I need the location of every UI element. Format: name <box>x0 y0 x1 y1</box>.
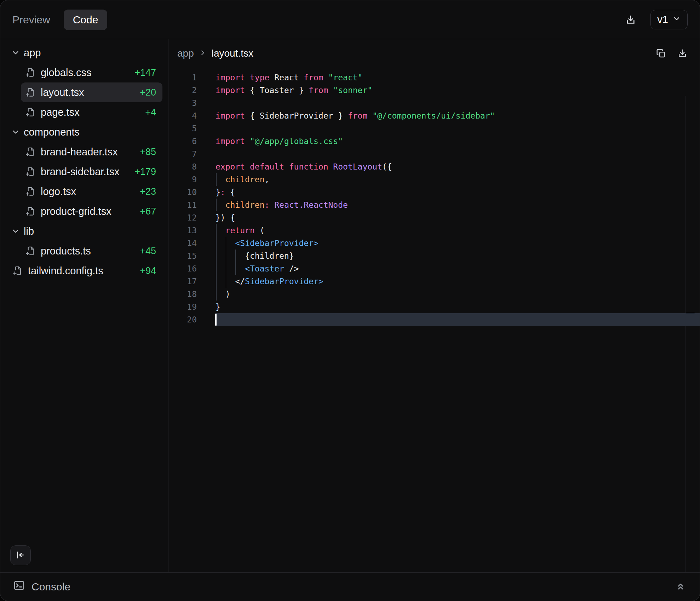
indent-guide <box>235 262 236 275</box>
line-number: 18 <box>168 288 197 300</box>
file-plus-icon <box>12 265 23 276</box>
code-panel: app layout.tsx <box>168 39 700 572</box>
line-number: 5 <box>168 122 197 135</box>
console-label: Console <box>31 581 70 593</box>
copy-icon <box>656 48 666 59</box>
code-line-17: 17 </SidebarProvider> <box>168 275 700 288</box>
download-file-button[interactable] <box>677 48 688 59</box>
top-bar: Preview Code v1 <box>0 0 700 39</box>
file-name: brand-header.tsx <box>41 146 118 158</box>
chevron-down-icon <box>11 48 20 57</box>
file-plus-icon <box>25 67 36 78</box>
line-number: 6 <box>168 135 197 148</box>
version-label: v1 <box>657 14 668 25</box>
tree-folder-components[interactable]: components <box>11 122 162 142</box>
file-plus-icon <box>25 246 36 256</box>
code-line-6: 6import "@/app/globals.css" <box>168 135 700 148</box>
terminal-icon <box>13 579 25 594</box>
line-content: ) <box>216 288 700 300</box>
file-tree: appglobals.css+147layout.tsx+20page.tsx+… <box>0 43 168 281</box>
breadcrumb: app layout.tsx <box>177 48 253 59</box>
line-number: 13 <box>168 224 197 237</box>
line-content: <SidebarProvider> <box>216 237 700 250</box>
tree-file-brand-sidebar-tsx[interactable]: brand-sidebar.tsx+179 <box>21 162 162 182</box>
line-content: </SidebarProvider> <box>216 275 700 288</box>
code-line-12: 12}) { <box>168 211 700 224</box>
arrow-left-to-line-icon <box>16 550 25 561</box>
line-content <box>216 97 700 109</box>
line-number: 8 <box>168 160 197 173</box>
code-workspace-window: Preview Code v1 appglobals.css+147layout… <box>0 0 700 601</box>
console-bar[interactable]: Console <box>0 572 700 601</box>
file-tree-sidebar: appglobals.css+147layout.tsx+20page.tsx+… <box>0 39 168 572</box>
line-number: 10 <box>168 186 197 199</box>
code-line-15: 15 {children} <box>168 250 700 262</box>
code-line-16: 16 <Toaster /> <box>168 262 700 275</box>
tree-file-products-ts[interactable]: products.ts+45 <box>21 241 162 261</box>
version-dropdown[interactable]: v1 <box>650 10 688 29</box>
tree-file-layout-tsx[interactable]: layout.tsx+20 <box>21 82 162 102</box>
code-line-3: 3 <box>168 97 700 109</box>
copy-code-button[interactable] <box>656 48 666 59</box>
chevron-down-icon <box>672 14 681 25</box>
code-line-19: 19} <box>168 300 700 313</box>
view-tabs: Preview Code <box>12 10 107 30</box>
diff-added-count: +4 <box>145 107 162 118</box>
code-line-9: 9 children, <box>168 173 700 186</box>
tree-folder-lib[interactable]: lib <box>11 221 162 241</box>
line-content: return ( <box>216 224 700 237</box>
line-number: 2 <box>168 84 197 97</box>
chevrons-up-icon <box>676 581 685 592</box>
console-toggle[interactable]: Console <box>13 579 70 594</box>
text-cursor <box>215 314 217 326</box>
diff-added-count: +20 <box>140 87 162 98</box>
tree-file-tailwind-config-ts[interactable]: tailwind.config.ts+94 <box>8 261 162 281</box>
tree-file-globals-css[interactable]: globals.css+147 <box>21 63 162 82</box>
collapse-sidebar-button[interactable] <box>10 545 31 565</box>
chevron-right-icon <box>199 48 207 59</box>
indent-guide <box>216 275 217 288</box>
code-line-5: 5 <box>168 122 700 135</box>
download-icon <box>677 48 688 59</box>
breadcrumb-file: layout.tsx <box>212 48 253 59</box>
tab-preview[interactable]: Preview <box>12 14 50 26</box>
diff-added-count: +179 <box>134 166 162 177</box>
line-number: 12 <box>168 211 197 224</box>
file-plus-icon <box>25 166 36 177</box>
tree-folder-app[interactable]: app <box>11 43 162 63</box>
download-project-button[interactable] <box>625 14 636 25</box>
line-number: 14 <box>168 237 197 250</box>
diff-added-count: +67 <box>140 206 162 217</box>
code-line-7: 7 <box>168 148 700 160</box>
line-content: <Toaster /> <box>216 262 700 275</box>
tree-file-brand-header-tsx[interactable]: brand-header.tsx+85 <box>21 142 162 162</box>
file-plus-icon <box>25 87 36 98</box>
file-plus-icon <box>25 186 36 197</box>
line-content: import type React from "react" <box>216 71 700 84</box>
code-line-10: 10}: { <box>168 186 700 199</box>
folder-name: components <box>24 126 80 138</box>
line-number: 20 <box>168 313 197 326</box>
file-name: brand-sidebar.tsx <box>41 166 119 178</box>
line-number: 4 <box>168 109 197 122</box>
code-line-14: 14 <SidebarProvider> <box>168 237 700 250</box>
code-editor[interactable]: 1import type React from "react"2import {… <box>168 68 700 572</box>
diff-added-count: +23 <box>140 186 162 197</box>
line-number: 1 <box>168 71 197 84</box>
line-content: }: { <box>216 186 700 199</box>
indent-guide <box>216 288 217 300</box>
indent-guide <box>226 275 226 288</box>
workspace-body: appglobals.css+147layout.tsx+20page.tsx+… <box>0 39 700 572</box>
tree-file-page-tsx[interactable]: page.tsx+4 <box>21 102 162 122</box>
tab-code[interactable]: Code <box>64 10 108 30</box>
tree-file-product-grid-tsx[interactable]: product-grid.tsx+67 <box>21 201 162 221</box>
indent-guide <box>216 173 217 186</box>
chevron-down-icon <box>11 127 20 137</box>
line-content: import { SidebarProvider } from "@/compo… <box>216 109 700 122</box>
line-number: 9 <box>168 173 197 186</box>
file-plus-icon <box>25 107 36 118</box>
tree-file-logo-tsx[interactable]: logo.tsx+23 <box>21 182 162 201</box>
expand-console-button[interactable] <box>676 581 685 592</box>
line-number: 16 <box>168 262 197 275</box>
file-name: layout.tsx <box>41 87 84 98</box>
